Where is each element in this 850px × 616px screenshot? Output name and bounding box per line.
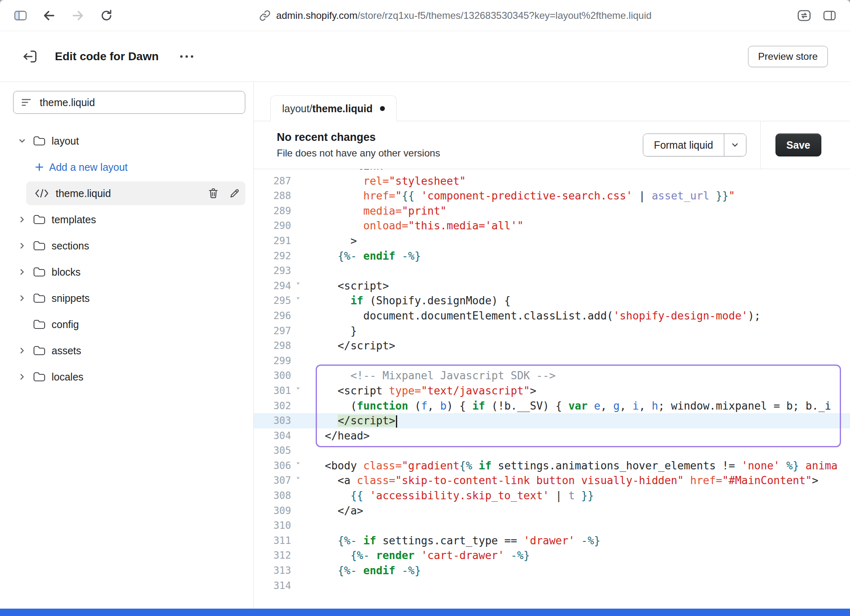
sidebar-item-label: sections xyxy=(52,240,89,252)
preview-store-button[interactable]: Preview store xyxy=(748,46,828,67)
sidebar-item-assets[interactable]: assets xyxy=(0,337,253,364)
code-editor[interactable]: 286 <link287 rel="stylesheet"288 href="{… xyxy=(254,169,850,609)
format-options-chevron-icon[interactable] xyxy=(724,134,746,156)
line-number: 305 xyxy=(254,443,291,458)
fold-chevron-icon[interactable]: ˅ xyxy=(291,279,305,294)
code-line[interactable]: 302 (function (f, b) { if (!b.__SV) { va… xyxy=(254,399,850,414)
panel-right-toggle-icon[interactable] xyxy=(821,7,839,25)
code-line[interactable]: 301˅ <script type="text/javascript"> xyxy=(254,383,850,399)
fold-chevron-icon[interactable]: ˅ xyxy=(291,458,305,473)
code-line[interactable]: 311 {%- if settings.cart_type == 'drawer… xyxy=(254,533,850,548)
code-line[interactable]: 308 {{ 'accessibility.skip_to_text' | t … xyxy=(254,488,850,503)
code-line[interactable]: 304 </head> xyxy=(254,428,850,444)
code-line[interactable]: 294˅ <script> xyxy=(254,279,850,294)
line-number: 287 xyxy=(254,174,291,189)
line-number: 306 xyxy=(254,458,291,473)
extension-icon[interactable] xyxy=(795,7,813,25)
folder-icon xyxy=(33,319,52,330)
fold-gutter xyxy=(291,218,305,233)
sidebar-item-label: snippets xyxy=(52,292,90,304)
exit-editor-button[interactable] xyxy=(18,45,41,68)
text-cursor xyxy=(396,415,397,428)
code-line[interactable]: 295˅ if (Shopify.designMode) { xyxy=(254,293,850,308)
fold-gutter xyxy=(291,233,305,249)
chevron-right-icon[interactable] xyxy=(18,373,33,381)
code-line[interactable]: 314 xyxy=(254,578,850,593)
tab-theme-liquid[interactable]: layout/theme.liquid xyxy=(270,95,397,121)
rename-file-icon[interactable] xyxy=(224,188,245,199)
fold-gutter xyxy=(291,174,305,189)
file-sidebar: layout Add a new layout theme.liquid xyxy=(0,82,254,609)
sidebar-item-label: theme.liquid xyxy=(56,188,111,199)
code-line[interactable]: 291 > xyxy=(254,233,850,249)
line-number: 311 xyxy=(254,533,291,548)
sidebar-item-label: layout xyxy=(52,135,79,147)
chevron-right-icon[interactable] xyxy=(18,294,33,302)
code-line[interactable]: 298 </script> xyxy=(254,338,850,353)
sidebar-item-config[interactable]: config xyxy=(0,311,253,337)
code-line[interactable]: 313 {%- endif -%} xyxy=(254,563,850,578)
more-actions-button[interactable] xyxy=(176,48,197,65)
code-line[interactable]: 296 document.documentElement.classList.a… xyxy=(254,308,850,324)
chevron-right-icon[interactable] xyxy=(18,268,33,276)
address-bar[interactable]: admin.shopify.com/store/rzq1xu-f5/themes… xyxy=(115,10,795,21)
fold-gutter xyxy=(291,518,305,533)
chevron-right-icon[interactable] xyxy=(18,215,33,224)
chevron-down-icon[interactable] xyxy=(18,137,33,145)
code-line[interactable]: 290 onload="this.media='all'" xyxy=(254,218,850,233)
screen: admin.shopify.com/store/rzq1xu-f5/themes… xyxy=(0,0,850,616)
fold-chevron-icon[interactable]: ˅ xyxy=(291,293,305,308)
code-line[interactable]: 305 xyxy=(254,443,850,458)
chevron-right-icon[interactable] xyxy=(18,346,33,355)
page-title: Edit code for Dawn xyxy=(55,50,159,63)
code-line[interactable]: 289 media="print" xyxy=(254,204,850,219)
toolbar-divider xyxy=(760,121,761,169)
sidebar-item-snippets[interactable]: snippets xyxy=(0,285,253,311)
line-number: 304 xyxy=(254,428,291,444)
line-number: 300 xyxy=(254,368,291,383)
sidebar-item-layout[interactable]: layout xyxy=(0,128,253,154)
reload-icon[interactable] xyxy=(97,7,115,25)
code-line[interactable]: 300 <!-- Mixpanel Javascript SDK --> xyxy=(254,368,850,383)
code-line[interactable]: 307˅ <a class="skip-to-content-link butt… xyxy=(254,473,850,488)
code-line[interactable]: 292 {%- endif -%} xyxy=(254,249,850,264)
line-number: 309 xyxy=(254,503,291,519)
code-line[interactable]: 309 </a> xyxy=(254,503,850,519)
code-line[interactable]: 303 </script> xyxy=(254,413,850,428)
forward-icon[interactable] xyxy=(69,7,87,25)
code-line[interactable]: 299 xyxy=(254,353,850,369)
add-layout-button[interactable]: Add a new layout xyxy=(0,154,253,180)
code-line[interactable]: 287 rel="stylesheet" xyxy=(254,174,850,189)
code-line[interactable]: 297 } xyxy=(254,324,850,339)
line-number: 303 xyxy=(254,413,291,428)
sidebar-item-theme-liquid[interactable]: theme.liquid xyxy=(26,181,245,205)
search-input[interactable] xyxy=(39,96,237,109)
chevron-right-icon[interactable] xyxy=(18,242,33,250)
sidebar-item-templates[interactable]: templates xyxy=(0,206,253,233)
line-number: 294 xyxy=(254,279,291,294)
line-number: 295 xyxy=(254,293,291,308)
url-text: admin.shopify.com/store/rzq1xu-f5/themes… xyxy=(276,10,652,21)
format-liquid-button[interactable]: Format liquid xyxy=(643,134,724,156)
code-line[interactable]: 288 href="{{ 'component-predictive-searc… xyxy=(254,188,850,204)
code-line[interactable]: 306˅ <body class="gradient{% if settings… xyxy=(254,458,850,473)
sidebar-item-sections[interactable]: sections xyxy=(0,233,253,259)
line-number: 296 xyxy=(254,308,291,324)
folder-icon xyxy=(33,240,52,251)
fold-chevron-icon[interactable]: ˅ xyxy=(291,383,305,399)
back-icon[interactable] xyxy=(40,7,58,25)
code-line[interactable]: 312 {%- render 'cart-drawer' -%} xyxy=(254,548,850,563)
fold-chevron-icon[interactable]: ˅ xyxy=(291,473,305,488)
code-line[interactable]: 293 xyxy=(254,263,850,279)
delete-file-icon[interactable] xyxy=(203,188,224,199)
save-button[interactable]: Save xyxy=(775,134,821,156)
line-number: 289 xyxy=(254,204,291,219)
sidebar-toggle-icon[interactable] xyxy=(11,7,29,25)
file-search-box[interactable] xyxy=(13,91,245,114)
sidebar-item-locales[interactable]: locales xyxy=(0,364,253,390)
code-line[interactable]: 310 xyxy=(254,518,850,533)
code-line[interactable]: 286 <link xyxy=(254,169,850,174)
fold-gutter xyxy=(291,533,305,548)
line-number: 290 xyxy=(254,218,291,233)
sidebar-item-blocks[interactable]: blocks xyxy=(0,259,253,285)
